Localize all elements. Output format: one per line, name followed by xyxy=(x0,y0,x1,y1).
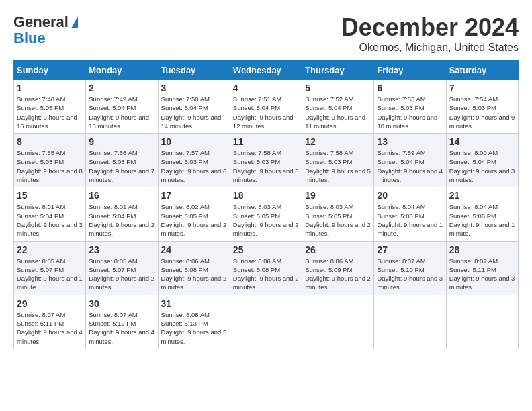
day-info-6: Sunrise: 7:53 AM Sunset: 5:03 PM Dayligh… xyxy=(377,95,443,130)
day-19: 19 Sunrise: 8:03 AM Sunset: 5:05 PM Dayl… xyxy=(302,187,374,241)
day-12: 12 Sunrise: 7:58 AM Sunset: 5:03 PM Dayl… xyxy=(302,134,374,187)
page-header: General Blue December 2024 Okemos, Michi… xyxy=(13,13,519,54)
day-num-7: 7 xyxy=(449,83,515,93)
day-5: 5 Sunrise: 7:52 AM Sunset: 5:04 PM Dayli… xyxy=(302,80,374,134)
empty-sat xyxy=(446,295,518,349)
day-info-2: Sunrise: 7:49 AM Sunset: 5:04 PM Dayligh… xyxy=(89,95,154,130)
day-28: 28 Sunrise: 8:07 AM Sunset: 5:11 PM Dayl… xyxy=(446,241,518,295)
day-27: 27 Sunrise: 8:07 AM Sunset: 5:10 PM Dayl… xyxy=(374,241,446,295)
day-25: 25 Sunrise: 8:06 AM Sunset: 5:08 PM Dayl… xyxy=(230,241,302,295)
header-sunday: Sunday xyxy=(14,61,86,80)
day-31: 31 Sunrise: 8:08 AM Sunset: 5:13 PM Dayl… xyxy=(158,295,230,349)
calendar-table: Sunday Monday Tuesday Wednesday Thursday… xyxy=(13,60,519,349)
day-15: 15 Sunrise: 8:01 AM Sunset: 5:04 PM Dayl… xyxy=(14,187,86,241)
page-title: December 2024 xyxy=(341,13,519,42)
logo: General Blue xyxy=(13,13,78,47)
day-3: 3 Sunrise: 7:50 AM Sunset: 5:04 PM Dayli… xyxy=(158,80,230,134)
day-8: 8 Sunrise: 7:55 AM Sunset: 5:03 PM Dayli… xyxy=(14,134,86,187)
day-13: 13 Sunrise: 7:59 AM Sunset: 5:04 PM Dayl… xyxy=(374,134,446,187)
day-num-4: 4 xyxy=(233,83,299,93)
day-24: 24 Sunrise: 8:06 AM Sunset: 5:08 PM Dayl… xyxy=(158,241,230,295)
day-30: 30 Sunrise: 8:07 AM Sunset: 5:12 PM Dayl… xyxy=(86,295,158,349)
week-row-1: 1 Sunrise: 7:48 AM Sunset: 5:05 PM Dayli… xyxy=(14,80,519,134)
header-thursday: Thursday xyxy=(302,61,374,80)
day-2: 2 Sunrise: 7:49 AM Sunset: 5:04 PM Dayli… xyxy=(86,80,158,134)
day-6: 6 Sunrise: 7:53 AM Sunset: 5:03 PM Dayli… xyxy=(374,80,446,134)
day-num-1: 1 xyxy=(17,83,83,93)
day-10: 10 Sunrise: 7:57 AM Sunset: 5:03 PM Dayl… xyxy=(158,134,230,187)
day-21: 21 Sunrise: 8:04 AM Sunset: 5:06 PM Dayl… xyxy=(446,187,518,241)
week-row-2: 8 Sunrise: 7:55 AM Sunset: 5:03 PM Dayli… xyxy=(14,134,519,187)
header-wednesday: Wednesday xyxy=(230,61,302,80)
empty-wed xyxy=(230,295,302,349)
day-info-1: Sunrise: 7:48 AM Sunset: 5:05 PM Dayligh… xyxy=(17,95,83,130)
day-11: 11 Sunrise: 7:58 AM Sunset: 5:03 PM Dayl… xyxy=(230,134,302,187)
day-4: 4 Sunrise: 7:51 AM Sunset: 5:04 PM Dayli… xyxy=(230,80,302,134)
header-saturday: Saturday xyxy=(446,61,518,80)
week-row-5: 29 Sunrise: 8:07 AM Sunset: 5:11 PM Dayl… xyxy=(14,295,519,349)
day-18: 18 Sunrise: 8:03 AM Sunset: 5:05 PM Dayl… xyxy=(230,187,302,241)
day-num-2: 2 xyxy=(89,83,154,93)
header-monday: Monday xyxy=(86,61,158,80)
day-16: 16 Sunrise: 8:01 AM Sunset: 5:04 PM Dayl… xyxy=(86,187,158,241)
day-info-3: Sunrise: 7:50 AM Sunset: 5:04 PM Dayligh… xyxy=(161,95,227,130)
day-20: 20 Sunrise: 8:04 AM Sunset: 5:06 PM Dayl… xyxy=(374,187,446,241)
empty-thu xyxy=(302,295,374,349)
day-7: 7 Sunrise: 7:54 AM Sunset: 5:03 PM Dayli… xyxy=(446,80,518,134)
logo-triangle-icon xyxy=(71,16,78,28)
day-1: 1 Sunrise: 7:48 AM Sunset: 5:05 PM Dayli… xyxy=(14,80,86,134)
day-info-7: Sunrise: 7:54 AM Sunset: 5:03 PM Dayligh… xyxy=(449,95,515,130)
page-subtitle: Okemos, Michigan, United States xyxy=(341,42,519,54)
day-info-4: Sunrise: 7:51 AM Sunset: 5:04 PM Dayligh… xyxy=(233,95,299,130)
day-17: 17 Sunrise: 8:02 AM Sunset: 5:05 PM Dayl… xyxy=(158,187,230,241)
day-9: 9 Sunrise: 7:56 AM Sunset: 5:03 PM Dayli… xyxy=(86,134,158,187)
day-26: 26 Sunrise: 8:06 AM Sunset: 5:09 PM Dayl… xyxy=(302,241,374,295)
day-num-3: 3 xyxy=(161,83,227,93)
logo-general-text: General xyxy=(13,13,69,31)
day-23: 23 Sunrise: 8:05 AM Sunset: 5:07 PM Dayl… xyxy=(86,241,158,295)
header-friday: Friday xyxy=(374,61,446,80)
day-22: 22 Sunrise: 8:05 AM Sunset: 5:07 PM Dayl… xyxy=(14,241,86,295)
day-14: 14 Sunrise: 8:00 AM Sunset: 5:04 PM Dayl… xyxy=(446,134,518,187)
day-29: 29 Sunrise: 8:07 AM Sunset: 5:11 PM Dayl… xyxy=(14,295,86,349)
day-info-5: Sunrise: 7:52 AM Sunset: 5:04 PM Dayligh… xyxy=(305,95,371,130)
logo-blue-text: Blue xyxy=(13,30,46,47)
calendar-header-row: Sunday Monday Tuesday Wednesday Thursday… xyxy=(14,61,519,80)
day-num-5: 5 xyxy=(305,83,371,93)
day-num-6: 6 xyxy=(377,83,443,93)
header-tuesday: Tuesday xyxy=(158,61,230,80)
title-block: December 2024 Okemos, Michigan, United S… xyxy=(341,13,519,54)
week-row-4: 22 Sunrise: 8:05 AM Sunset: 5:07 PM Dayl… xyxy=(14,241,519,295)
week-row-3: 15 Sunrise: 8:01 AM Sunset: 5:04 PM Dayl… xyxy=(14,187,519,241)
empty-fri xyxy=(374,295,446,349)
